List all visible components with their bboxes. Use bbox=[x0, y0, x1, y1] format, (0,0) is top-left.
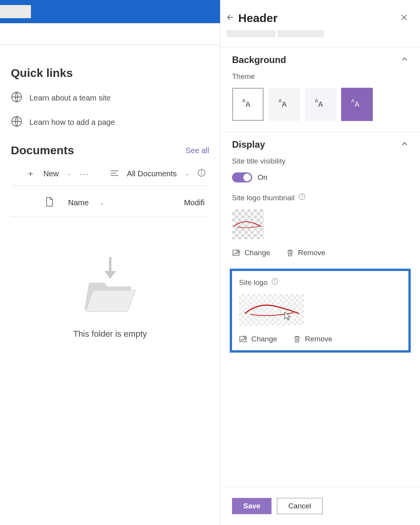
quicklink-item[interactable]: Learn how to add a page bbox=[11, 116, 209, 129]
chevron-down-icon[interactable]: ⌄ bbox=[100, 200, 104, 206]
background-section: Background Theme A A A A bbox=[220, 47, 420, 132]
topbar-placeholder bbox=[0, 5, 31, 18]
svg-marker-11 bbox=[86, 290, 135, 312]
chevron-up-icon[interactable] bbox=[401, 140, 408, 149]
svg-point-7 bbox=[201, 170, 202, 171]
header-settings-panel: Header Background Theme A A A A Display bbox=[220, 0, 420, 525]
column-header-row: Name ⌄ Modifi bbox=[11, 186, 209, 217]
remove-thumbnail-button[interactable]: Remove bbox=[286, 249, 326, 257]
chevron-down-icon[interactable]: ⌄ bbox=[185, 171, 189, 176]
theme-option-1[interactable]: A bbox=[232, 88, 264, 121]
panel-subtitle-placeholder bbox=[220, 30, 420, 47]
toggle-state-label: On bbox=[258, 173, 267, 182]
more-menu[interactable]: ··· bbox=[80, 169, 90, 178]
panel-footer: Save Cancel bbox=[220, 487, 420, 525]
quicklink-item[interactable]: Learn about a team site bbox=[11, 91, 209, 105]
svg-point-18 bbox=[275, 280, 275, 280]
theme-option-4[interactable]: A bbox=[341, 88, 373, 121]
display-heading: Display bbox=[232, 139, 265, 150]
list-view-icon bbox=[111, 169, 118, 178]
site-logo-thumbnail-label: Site logo thumbnail bbox=[232, 193, 408, 202]
info-icon[interactable] bbox=[198, 169, 205, 179]
theme-option-2[interactable]: A bbox=[268, 88, 300, 121]
quicklink-label: Learn about a team site bbox=[29, 94, 111, 102]
column-name[interactable]: Name bbox=[68, 198, 89, 207]
info-icon[interactable] bbox=[271, 278, 278, 287]
view-selector[interactable]: All Documents bbox=[127, 169, 177, 178]
theme-label: Theme bbox=[232, 72, 408, 81]
documents-title: Documents bbox=[11, 144, 74, 157]
globe-icon bbox=[11, 91, 22, 105]
main-content: Quick links Learn about a team site Lear… bbox=[0, 45, 220, 339]
display-section: Display Site title visibility On Site lo… bbox=[220, 132, 420, 487]
panel-title: Header bbox=[238, 12, 395, 25]
save-button[interactable]: Save bbox=[232, 498, 271, 514]
info-icon[interactable] bbox=[299, 193, 306, 202]
logo-thumbnail-preview bbox=[232, 209, 264, 239]
cancel-button[interactable]: Cancel bbox=[277, 498, 322, 514]
svg-marker-9 bbox=[104, 271, 116, 279]
empty-folder-state: This folder is empty bbox=[11, 256, 209, 339]
empty-folder-text: This folder is empty bbox=[73, 329, 147, 339]
site-title-toggle[interactable] bbox=[232, 172, 252, 182]
theme-options: A A A A bbox=[232, 88, 408, 121]
site-logo-highlight: Site logo Change Remove bbox=[230, 269, 411, 353]
chevron-down-icon[interactable]: ⌄ bbox=[67, 171, 71, 176]
change-logo-button[interactable]: Change bbox=[239, 335, 277, 343]
theme-option-3[interactable]: A bbox=[305, 88, 336, 121]
see-all-link[interactable]: See all bbox=[186, 146, 209, 155]
globe-icon bbox=[11, 116, 22, 129]
documents-toolbar: ＋ New ⌄ ··· All Documents ⌄ bbox=[11, 164, 209, 186]
site-title-visibility-label: Site title visibility bbox=[232, 157, 408, 165]
site-logo-preview bbox=[239, 294, 304, 326]
remove-logo-button[interactable]: Remove bbox=[293, 335, 333, 343]
chevron-up-icon[interactable] bbox=[401, 55, 408, 65]
background-heading: Background bbox=[232, 55, 286, 65]
quicklinks-title: Quick links bbox=[11, 66, 209, 80]
column-modified[interactable]: Modifi bbox=[184, 198, 205, 207]
new-button[interactable]: New bbox=[43, 169, 59, 178]
change-thumbnail-button[interactable]: Change bbox=[232, 249, 270, 257]
svg-point-14 bbox=[302, 195, 302, 196]
site-logo-label: Site logo bbox=[239, 278, 401, 287]
quicklink-label: Learn how to add a page bbox=[29, 118, 115, 127]
file-icon bbox=[46, 197, 53, 209]
close-icon[interactable] bbox=[400, 13, 408, 23]
car-logo-icon bbox=[232, 209, 264, 239]
empty-folder-icon bbox=[81, 256, 139, 317]
plus-icon: ＋ bbox=[26, 168, 35, 179]
back-arrow-icon[interactable] bbox=[225, 13, 234, 23]
